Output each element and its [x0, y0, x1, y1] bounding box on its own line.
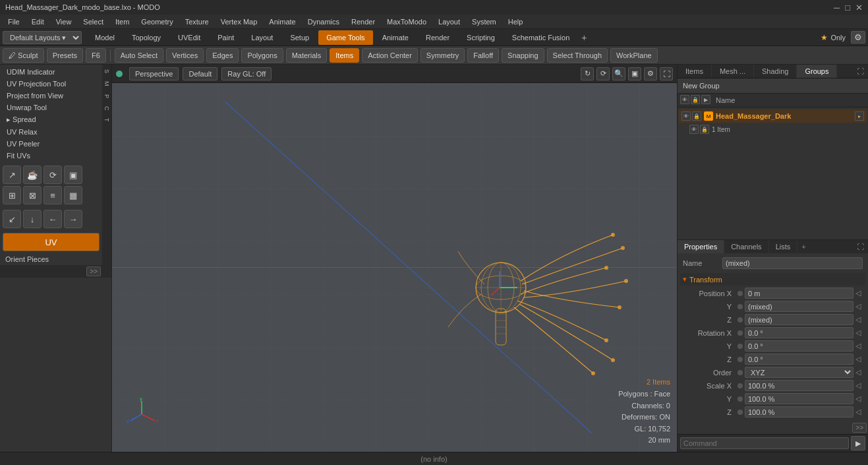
scale-z-anim[interactable]: ◁: [854, 408, 863, 417]
scale-x-value[interactable]: 100.0 %: [745, 380, 854, 391]
tab-properties[interactable]: Properties: [678, 240, 724, 253]
layout-tab-scripting[interactable]: Scripting: [459, 30, 503, 45]
rot-z-anim[interactable]: ◁: [854, 355, 863, 364]
layout-tab-layout[interactable]: Layout: [243, 30, 281, 45]
tool-btn-7[interactable]: ≡: [43, 186, 62, 204]
pos-z-value[interactable]: (mixed): [745, 314, 854, 325]
sidebar-vtab-3[interactable]: P: [103, 92, 111, 100]
props-expand-btn[interactable]: >>: [852, 423, 867, 433]
settings-btn[interactable]: ⚙: [851, 31, 865, 44]
tool-btn--sculpt[interactable]: 🖊 Sculpt: [3, 48, 44, 63]
sidebar-item-uv-relax[interactable]: UV Relax: [1, 126, 101, 138]
sidebar-vtab-1[interactable]: S: [103, 67, 111, 75]
right-panel-expand[interactable]: ⛶: [853, 65, 868, 78]
transform-section[interactable]: ▾ Transform: [680, 273, 865, 286]
tool-btn-f6[interactable]: F6: [86, 48, 106, 63]
sidebar-item-uv-peeler[interactable]: UV Peeler: [1, 138, 101, 150]
tab-mesh[interactable]: Mesh ...: [712, 65, 754, 78]
tab-groups[interactable]: Groups: [797, 65, 837, 78]
raygl-btn[interactable]: Ray GL: Off: [221, 67, 272, 80]
menu-item-edit[interactable]: Edit: [26, 16, 49, 27]
menu-item-view[interactable]: View: [51, 16, 77, 27]
tool-btn-symmetry[interactable]: Symmetry: [420, 48, 465, 63]
pos-x-anim[interactable]: ◁: [854, 289, 863, 298]
tool-btn-8[interactable]: ▦: [64, 186, 82, 204]
tool-btn-presets[interactable]: Presets: [47, 48, 83, 63]
render-icon[interactable]: ▶: [701, 95, 710, 104]
minimize-btn[interactable]: ─: [834, 3, 840, 13]
sub-eye-btn[interactable]: 👁: [689, 125, 699, 134]
arrow-down[interactable]: ↓: [23, 210, 42, 228]
rot-x-anim[interactable]: ◁: [854, 328, 863, 338]
menu-item-texture[interactable]: Texture: [180, 16, 214, 27]
rot-y-value[interactable]: 0.0 °: [745, 340, 854, 352]
layout-tab-model[interactable]: Model: [87, 30, 123, 45]
menu-item-animate[interactable]: Animate: [264, 16, 301, 27]
tool-btn-materials[interactable]: Materials: [286, 48, 328, 63]
tab-channels[interactable]: Channels: [724, 240, 768, 253]
menu-item-geometry[interactable]: Geometry: [136, 16, 178, 27]
sidebar-vtab-5[interactable]: T: [103, 116, 111, 124]
tool-btn-2[interactable]: ☕: [23, 166, 42, 184]
item-eye-btn[interactable]: 👁: [681, 111, 691, 121]
layout-tab-paint[interactable]: Paint: [210, 30, 242, 45]
sidebar-item-project-from-view[interactable]: Project from View: [1, 90, 101, 102]
tab-shading[interactable]: Shading: [754, 65, 797, 78]
tool-btn-polygons[interactable]: Polygons: [241, 48, 283, 63]
tool-btn-6[interactable]: ⊠: [23, 186, 42, 204]
rot-y-anim[interactable]: ◁: [854, 342, 863, 351]
menu-item-file[interactable]: File: [3, 16, 25, 27]
name-input[interactable]: [722, 257, 863, 269]
refresh-icon[interactable]: ⟳: [596, 67, 610, 80]
layout-tab-uvedit[interactable]: UVEdit: [170, 30, 208, 45]
tool-btn-vertices[interactable]: Vertices: [166, 48, 204, 63]
menu-item-layout[interactable]: Layout: [433, 16, 465, 27]
menu-item-help[interactable]: Help: [503, 16, 529, 27]
rot-z-value[interactable]: 0.0 °: [745, 354, 854, 365]
layout-tab-setup[interactable]: Setup: [282, 30, 317, 45]
layout-tab-render[interactable]: Render: [418, 30, 457, 45]
arrow-right[interactable]: →: [64, 210, 82, 228]
item-lock-btn[interactable]: 🔒: [692, 111, 701, 121]
sidebar-item-uv-projection-tool[interactable]: UV Projection Tool: [1, 78, 101, 90]
menu-item-system[interactable]: System: [467, 16, 502, 27]
sidebar-item-unwrap-tool[interactable]: Unwrap Tool: [1, 102, 101, 113]
order-select[interactable]: XYZ: [745, 367, 854, 378]
tab-lists[interactable]: Lists: [769, 240, 798, 253]
tool-btn-snapping[interactable]: Snapping: [502, 48, 544, 63]
tool-btn-1[interactable]: ↗: [3, 166, 21, 184]
sidebar-vtab-2[interactable]: M: [103, 79, 111, 88]
props-tab-plus[interactable]: +: [797, 240, 809, 253]
eye-icon[interactable]: 👁: [680, 95, 689, 104]
tool-btn-edges[interactable]: Edges: [206, 48, 239, 63]
lock-icon[interactable]: 🔒: [691, 95, 700, 104]
tool-btn-falloff[interactable]: Falloff: [467, 48, 499, 63]
default-btn[interactable]: Default: [183, 67, 217, 80]
tool-btn-auto-select[interactable]: Auto Select: [115, 48, 163, 63]
scale-y-anim[interactable]: ◁: [854, 394, 863, 404]
arrow-left[interactable]: ←: [43, 210, 62, 228]
sidebar-vtab-4[interactable]: C: [103, 104, 111, 113]
command-input[interactable]: [680, 437, 849, 449]
command-go-btn[interactable]: ▶: [851, 436, 865, 450]
pos-y-anim[interactable]: ◁: [854, 302, 863, 311]
sidebar-item-udim-indicator[interactable]: UDIM Indicator: [1, 66, 101, 78]
tool-btn-workplane[interactable]: WorkPlane: [610, 48, 658, 63]
maximize-btn[interactable]: □: [845, 3, 850, 13]
menu-item-dynamics[interactable]: Dynamics: [303, 16, 345, 27]
tool-btn-items[interactable]: Items: [330, 48, 359, 63]
menu-item-render[interactable]: Render: [346, 16, 380, 27]
rot-x-value[interactable]: 0.0 °: [745, 327, 854, 338]
new-group-btn[interactable]: New Group: [683, 82, 720, 90]
menu-item-maxtomodo[interactable]: MaxToModo: [382, 16, 432, 27]
frame-icon[interactable]: ▣: [628, 67, 641, 80]
scale-y-value[interactable]: 100.0 %: [745, 393, 854, 404]
layout-select[interactable]: Default Layouts ▾: [3, 31, 82, 44]
order-anim[interactable]: ◁: [854, 368, 863, 377]
rotate-icon[interactable]: ↻: [581, 67, 594, 80]
scale-z-value[interactable]: 100.0 %: [745, 406, 854, 418]
expand-icon[interactable]: ⛶: [660, 67, 673, 80]
tool-btn-4[interactable]: ▣: [64, 166, 82, 184]
sidebar-item-fit-uvs[interactable]: Fit UVs: [1, 150, 101, 162]
uv-btn[interactable]: UV: [3, 233, 100, 251]
